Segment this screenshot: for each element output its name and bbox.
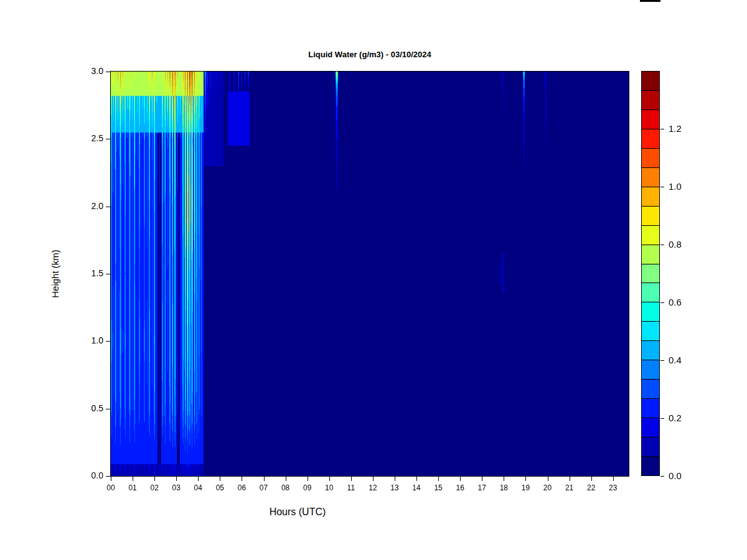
x-tick-label: 08 — [276, 483, 295, 492]
colorbar-tick-label: 1.0 — [669, 181, 682, 192]
x-tick-mark — [460, 477, 461, 481]
colorbar-segment — [642, 340, 659, 360]
x-tick-mark — [220, 477, 220, 481]
x-tick-mark — [133, 477, 133, 481]
colorbar-segment — [642, 129, 659, 148]
x-tick-label: 09 — [298, 483, 317, 492]
colorbar-segment — [642, 282, 659, 302]
colorbar-tick-mark — [660, 418, 664, 419]
x-tick-label: 21 — [560, 483, 579, 492]
y-tick-mark — [106, 476, 110, 477]
colorbar-tick-label: 0.2 — [669, 413, 682, 423]
x-tick-mark — [242, 477, 242, 481]
x-tick-mark — [154, 477, 155, 481]
x-tick-mark — [351, 477, 352, 481]
y-tick-mark — [106, 274, 110, 274]
colorbar-tick-label: 1.2 — [669, 123, 682, 134]
x-tick-label: 19 — [516, 483, 535, 492]
y-tick-mark — [106, 341, 110, 342]
colorbar-segment — [642, 72, 659, 90]
x-tick-label: 13 — [385, 483, 404, 492]
x-tick-label: 16 — [451, 483, 469, 492]
colorbar-segment — [642, 245, 659, 264]
y-tick-label: 1.0 — [85, 335, 103, 345]
x-axis-label: Hours (UTC) — [80, 506, 515, 518]
x-tick-mark — [482, 477, 482, 481]
x-tick-label: 06 — [232, 483, 251, 492]
x-tick-label: 10 — [320, 483, 339, 492]
x-tick-mark — [308, 477, 308, 481]
colorbar-tick-label: 0.4 — [669, 355, 682, 365]
y-tick-mark — [106, 409, 110, 409]
x-tick-mark — [591, 477, 592, 481]
x-tick-label: 23 — [604, 483, 622, 492]
x-tick-label: 04 — [189, 483, 207, 492]
heatmap-plot-area — [110, 71, 629, 477]
colorbar-segment — [642, 167, 659, 187]
x-tick-mark — [176, 477, 177, 481]
x-tick-label: 01 — [123, 483, 142, 492]
x-tick-mark — [525, 477, 526, 481]
x-tick-mark — [416, 477, 417, 481]
colorbar-segment — [642, 148, 659, 167]
colorbar-segment — [642, 360, 659, 379]
x-tick-mark — [264, 477, 265, 481]
x-tick-mark — [395, 477, 395, 481]
y-tick-label: 1.5 — [85, 268, 103, 278]
x-tick-label: 15 — [429, 483, 448, 492]
colorbar-tick-mark — [660, 129, 664, 129]
x-tick-label: 17 — [472, 483, 491, 492]
x-tick-mark — [329, 477, 330, 481]
y-tick-label: 2.5 — [85, 133, 103, 143]
colorbar-segment — [642, 206, 659, 225]
colorbar-tick-mark — [660, 476, 664, 477]
colorbar-segment — [642, 90, 659, 110]
x-tick-label: 18 — [494, 483, 513, 492]
colorbar-segment — [642, 398, 659, 418]
colorbar-tick-mark — [660, 245, 664, 245]
y-tick-mark — [106, 72, 110, 72]
y-tick-mark — [106, 207, 110, 207]
colorbar-tick-label: 0.6 — [669, 297, 682, 307]
stray-mark — [640, 0, 660, 2]
colorbar-tick-label: 0.8 — [669, 239, 682, 250]
colorbar-segment — [642, 264, 659, 283]
x-tick-label: 05 — [210, 483, 229, 492]
x-tick-mark — [198, 477, 199, 481]
chart-title: Liquid Water (g/m3) - 03/10/2024 — [111, 50, 629, 59]
x-tick-mark — [504, 477, 504, 481]
x-tick-label: 12 — [364, 483, 382, 492]
y-axis-label: Height (km) — [50, 250, 60, 298]
x-tick-mark — [438, 477, 439, 481]
x-tick-mark — [548, 477, 548, 481]
x-tick-label: 07 — [255, 483, 273, 492]
colorbar-tick-mark — [660, 187, 664, 187]
colorbar-segment — [642, 225, 659, 245]
colorbar-segment — [642, 418, 659, 437]
y-tick-label: 0.5 — [85, 403, 103, 413]
y-tick-label: 3.0 — [85, 66, 103, 76]
colorbar-segment — [642, 302, 659, 321]
y-tick-label: 2.0 — [85, 201, 103, 211]
colorbar-tick-label: 0.0 — [669, 470, 682, 481]
x-tick-label: 03 — [167, 483, 186, 492]
x-tick-label: 22 — [582, 483, 601, 492]
colorbar-segment — [642, 379, 659, 398]
colorbar-segment — [642, 187, 659, 206]
colorbar-tick-mark — [660, 302, 664, 303]
x-tick-mark — [286, 477, 286, 481]
y-tick-label: 0.0 — [85, 470, 103, 480]
x-tick-label: 20 — [538, 483, 557, 492]
y-tick-mark — [106, 139, 110, 139]
colorbar-segment — [642, 437, 659, 456]
colorbar — [641, 71, 660, 476]
colorbar-segment — [642, 110, 659, 129]
x-tick-label: 00 — [101, 483, 120, 492]
colorbar-tick-mark — [660, 360, 664, 361]
x-tick-mark — [111, 477, 111, 481]
colorbar-segment — [642, 321, 659, 340]
liquid-water-heatmap-figure: Liquid Water (g/m3) - 03/10/2024 Hours (… — [0, 0, 747, 560]
x-tick-label: 02 — [145, 483, 164, 492]
x-tick-mark — [570, 477, 570, 481]
colorbar-segment — [642, 456, 659, 475]
